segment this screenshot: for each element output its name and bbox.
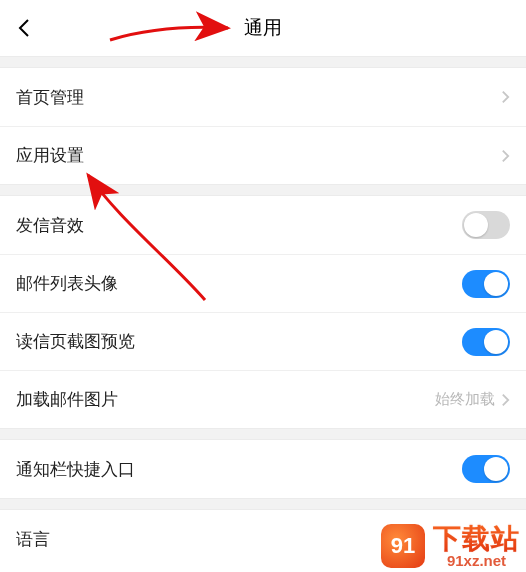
section-gap <box>0 184 526 196</box>
section-gap <box>0 498 526 510</box>
chevron-left-icon <box>18 18 30 38</box>
row-read-preview: 读信页截图预览 <box>0 312 526 370</box>
page-title: 通用 <box>244 15 282 41</box>
watermark-brand: 下载站 <box>433 525 520 553</box>
watermark: 91 下载站 91xz.net <box>381 524 520 568</box>
section-gap <box>0 428 526 440</box>
watermark-logo: 91 <box>381 524 425 568</box>
chevron-right-icon <box>501 89 510 105</box>
toggle-notification-shortcut[interactable] <box>462 455 510 483</box>
row-home-management[interactable]: 首页管理 <box>0 68 526 126</box>
toggle-mail-list-avatar[interactable] <box>462 270 510 298</box>
row-value: 始终加载 <box>435 390 495 409</box>
chevron-right-icon <box>501 392 510 408</box>
row-label: 通知栏快捷入口 <box>16 458 462 481</box>
row-label: 加载邮件图片 <box>16 388 435 411</box>
row-mail-list-avatar: 邮件列表头像 <box>0 254 526 312</box>
row-send-sound: 发信音效 <box>0 196 526 254</box>
header: 通用 <box>0 0 526 56</box>
row-label: 邮件列表头像 <box>16 272 462 295</box>
row-label: 发信音效 <box>16 214 462 237</box>
back-button[interactable] <box>12 16 36 40</box>
row-label: 应用设置 <box>16 144 501 167</box>
chevron-right-icon <box>501 148 510 164</box>
toggle-send-sound[interactable] <box>462 211 510 239</box>
row-label: 首页管理 <box>16 86 501 109</box>
section-gap <box>0 56 526 68</box>
toggle-read-preview[interactable] <box>462 328 510 356</box>
row-load-images[interactable]: 加载邮件图片 始终加载 <box>0 370 526 428</box>
watermark-url: 91xz.net <box>447 553 506 568</box>
row-app-settings[interactable]: 应用设置 <box>0 126 526 184</box>
row-notification-shortcut: 通知栏快捷入口 <box>0 440 526 498</box>
row-label: 读信页截图预览 <box>16 330 462 353</box>
